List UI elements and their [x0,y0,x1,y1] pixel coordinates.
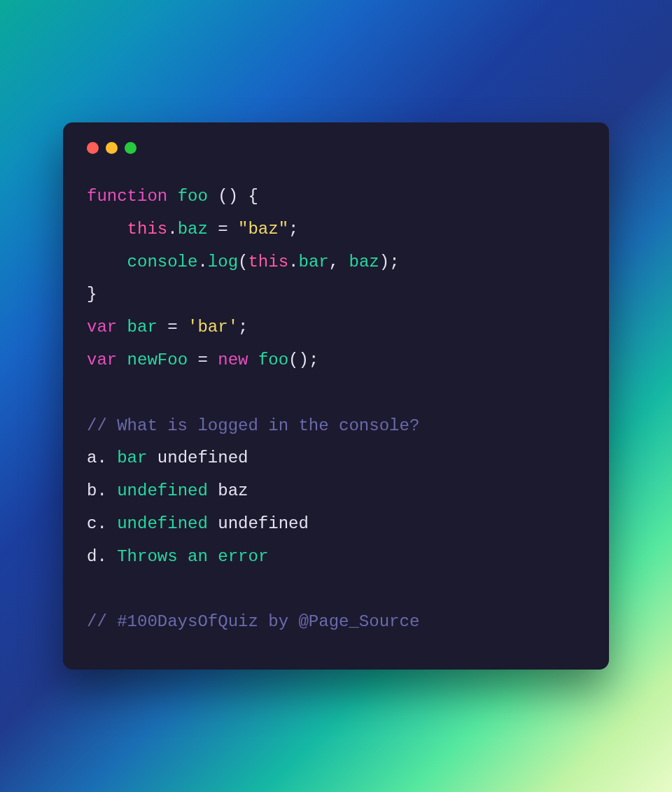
code-line-2: this.baz = "baz"; [87,220,298,239]
punct: . [97,514,117,533]
log-method: log [208,253,238,271]
property: baz [178,220,208,239]
question-comment: // What is logged in the console? [87,416,419,435]
indent [87,220,127,239]
identifier: baz [349,253,379,271]
answer-text: undefined [218,514,309,533]
punct: . [97,448,117,467]
property: bar [298,253,328,271]
answer-b: b. undefined baz [87,481,248,500]
answer-d: d. Throws an error [87,547,268,566]
code-line-1: function foo () { [87,187,258,206]
string-literal: "baz" [238,220,288,239]
function-name: foo [178,187,208,206]
code-line-4: } [87,285,97,304]
space [208,547,218,566]
punct: . [288,253,298,271]
keyword-var: var [87,318,117,337]
space [147,448,157,467]
punct: ; [288,220,298,239]
punct: () { [208,187,258,206]
constructor-name: foo [258,351,288,369]
punct: ( [238,253,248,271]
identifier: bar [117,318,167,337]
space [208,514,218,533]
space [248,351,258,369]
answer-text: undefined [117,481,208,500]
code-block: function foo () { this.baz = "baz"; cons… [87,181,585,639]
punct: = [197,351,218,369]
punct: = [167,318,188,337]
answer-text: baz [218,481,248,500]
maximize-icon[interactable] [125,142,136,154]
punct: = [208,220,238,239]
keyword-new: new [218,351,248,369]
answer-text: Throws [117,547,177,566]
window-titlebar [87,142,585,154]
punct: } [87,285,97,304]
answer-text: undefined [117,514,208,533]
answer-text: an [188,547,208,566]
code-line-3: console.log(this.bar, baz); [87,253,400,271]
space [208,481,218,500]
punct: . [97,481,117,500]
punct: . [197,253,207,271]
console-object: console [127,253,198,271]
punct: ; [238,318,248,337]
punct: (); [288,351,318,369]
punct: . [167,220,177,239]
answer-letter: a [87,448,97,467]
footer-comment: // #100DaysOfQuiz by @Page_Source [87,612,419,631]
answer-text: bar [117,448,147,467]
code-line-5: var bar = 'bar'; [87,318,248,337]
this-keyword: this [248,253,288,271]
this-keyword: this [127,220,168,239]
code-line-6: var newFoo = new foo(); [87,351,318,369]
punct: ); [379,253,400,271]
keyword-function: function [87,187,167,206]
close-icon[interactable] [87,142,99,154]
indent [87,253,127,271]
keyword-var: var [87,351,117,369]
answer-a: a. bar undefined [87,448,248,467]
answer-text: undefined [158,448,248,467]
space [178,547,188,566]
string-literal: 'bar' [188,318,238,337]
identifier: newFoo [117,351,197,369]
answer-letter: d [87,547,97,566]
minimize-icon[interactable] [106,142,118,154]
punct: , [329,253,349,271]
answer-c: c. undefined undefined [87,514,309,533]
answer-text: error [218,547,268,566]
answer-letter: b [87,481,97,500]
code-window: function foo () { this.baz = "baz"; cons… [63,122,609,670]
answer-letter: c [87,514,97,533]
punct: . [97,547,117,566]
